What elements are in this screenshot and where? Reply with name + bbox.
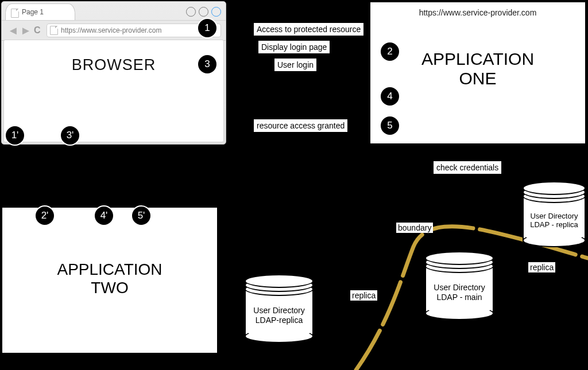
browser-title: BROWSER	[4, 56, 223, 74]
step-2p: 2'	[34, 205, 55, 226]
step-4p: 4'	[94, 205, 114, 226]
page-icon	[50, 26, 58, 35]
ldap-main-l1: User Directory	[434, 283, 485, 292]
replica-label-right: replica	[528, 262, 555, 272]
app-one-title-1: APPLICATION	[370, 49, 585, 69]
tab-title: Page 1	[22, 8, 44, 16]
step-3: 3	[197, 54, 218, 75]
window-button-3[interactable]	[211, 7, 221, 17]
step-3p: 3'	[60, 125, 80, 146]
ldap-main-l2: LDAP - main	[436, 293, 482, 302]
step-1p: 1'	[5, 125, 25, 146]
step-5p: 5'	[131, 205, 152, 226]
application-two: APPLICATION TWO	[1, 207, 218, 354]
boundary-label: boundary	[396, 223, 433, 233]
app-one-url: https://www.service-provider.com	[370, 8, 585, 17]
browser-tabbar: Page 1	[2, 3, 226, 21]
msg-access: Access to protected resource	[254, 23, 363, 36]
ldap-replica-right-l2: LDAP - replica	[530, 220, 578, 229]
msg-user-login: User login	[274, 59, 316, 71]
reload-icon[interactable]: C	[34, 25, 41, 36]
browser-toolbar: ◄ ► C https://www.service-provider.com	[2, 20, 226, 41]
window-button-1[interactable]	[186, 7, 196, 17]
ldap-replica-left: User DirectoryLDAP-replica	[245, 274, 314, 343]
msg-check: check credentials	[434, 161, 501, 174]
app-one-title-2: ONE	[370, 69, 585, 88]
ldap-replica-left-l2: LDAP-replica	[256, 316, 303, 325]
step-2: 2	[380, 41, 400, 62]
ldap-replica-right: User DirectoryLDAP - replica	[523, 181, 586, 247]
application-one: https://www.service-provider.com APPLICA…	[369, 1, 586, 145]
app-two-title-1: APPLICATION	[2, 260, 217, 279]
ldap-replica-right-l1: User Directory	[530, 212, 578, 220]
ldap-replica-left-l1: User Directory	[253, 306, 304, 315]
ldap-main: User DirectoryLDAP - main	[425, 251, 494, 320]
step-4: 4	[380, 86, 400, 107]
address-bar[interactable]: https://www.service-provider.com	[47, 24, 221, 37]
app-two-title-2: TWO	[2, 279, 217, 297]
step-1: 1	[197, 18, 218, 38]
window-button-2[interactable]	[199, 7, 208, 17]
back-icon[interactable]: ◄	[7, 26, 19, 34]
page-icon	[11, 9, 19, 18]
msg-granted: resource access granted	[254, 119, 347, 132]
browser-window: Page 1 ◄ ► C https://www.service-provide…	[1, 1, 226, 145]
step-5: 5	[380, 115, 400, 136]
browser-tab[interactable]: Page 1	[5, 3, 75, 20]
msg-display-login: Display login page	[258, 41, 330, 53]
replica-label-left: replica	[350, 290, 377, 301]
forward-icon[interactable]: ►	[20, 26, 32, 34]
browser-viewport: BROWSER	[3, 40, 224, 142]
address-text: https://www.service-provider.com	[61, 26, 161, 34]
